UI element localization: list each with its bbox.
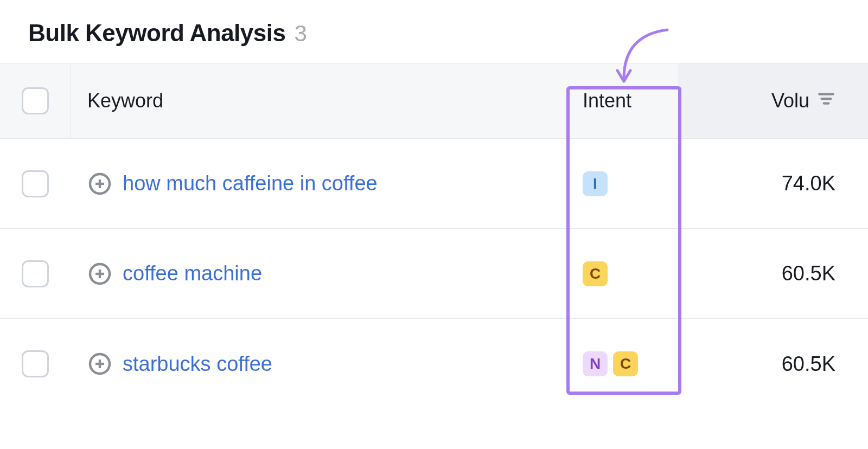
volume-value: 60.5K <box>782 262 835 285</box>
page-title: Bulk Keyword Analysis 3 <box>0 0 868 63</box>
column-header-intent-label: Intent <box>583 89 631 112</box>
results-count: 3 <box>294 21 307 47</box>
select-all-checkbox[interactable] <box>22 87 49 114</box>
page-title-text: Bulk Keyword Analysis <box>28 20 285 47</box>
expand-icon[interactable] <box>87 351 113 377</box>
row-checkbox[interactable] <box>22 170 49 197</box>
intent-cell: C <box>570 261 678 286</box>
table-row: coffee machineC60.5K <box>0 229 868 319</box>
keyword-link[interactable]: how much caffeine in coffee <box>123 172 378 195</box>
keyword-link[interactable]: starbucks coffee <box>123 352 272 376</box>
expand-icon[interactable] <box>87 171 113 197</box>
intent-cell: I <box>570 171 678 196</box>
table-header-row: Keyword Intent Volu <box>0 63 868 139</box>
column-header-volume-label: Volu <box>771 89 809 112</box>
row-checkbox[interactable] <box>22 350 49 377</box>
intent-badge-i[interactable]: I <box>583 171 608 196</box>
intent-badge-c[interactable]: C <box>613 351 638 376</box>
volume-value: 74.0K <box>782 172 835 195</box>
column-header-keyword[interactable]: Keyword <box>71 63 570 138</box>
intent-badge-c[interactable]: C <box>583 261 608 286</box>
intent-cell: NC <box>570 351 678 376</box>
volume-value: 60.5K <box>782 352 835 376</box>
table-row: starbucks coffeeNC60.5K <box>0 319 868 409</box>
column-header-intent[interactable]: Intent <box>570 89 678 112</box>
expand-icon[interactable] <box>87 261 113 287</box>
keyword-link[interactable]: coffee machine <box>123 262 262 285</box>
sort-desc-icon <box>817 89 835 113</box>
row-checkbox[interactable] <box>22 260 49 287</box>
table-row: how much caffeine in coffeeI74.0K <box>0 139 868 229</box>
column-header-keyword-label: Keyword <box>87 89 163 112</box>
column-header-volume[interactable]: Volu <box>678 63 868 138</box>
intent-badge-n[interactable]: N <box>583 351 608 376</box>
